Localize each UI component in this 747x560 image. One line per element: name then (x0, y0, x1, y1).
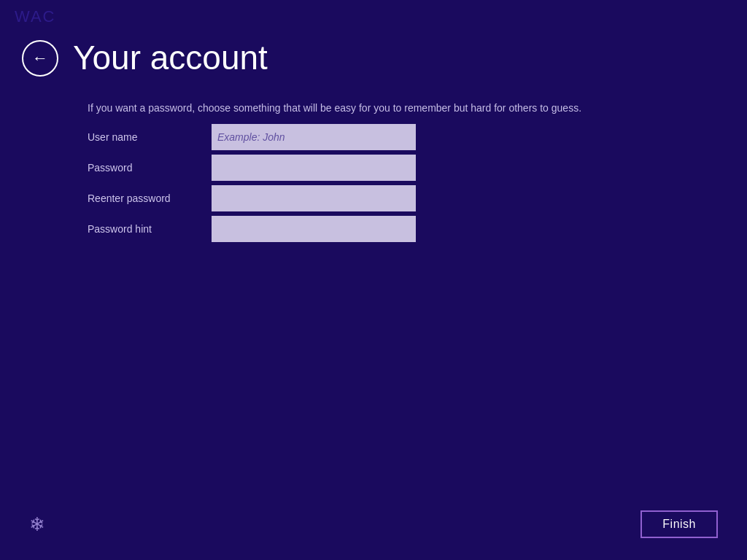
page-description: If you want a password, choose something… (88, 102, 581, 114)
reenter-password-row: Reenter password (88, 185, 416, 211)
reenter-password-input[interactable] (212, 185, 416, 211)
back-button[interactable]: ← (22, 40, 58, 77)
password-row: Password (88, 155, 416, 181)
finish-button[interactable]: Finish (640, 510, 718, 538)
password-hint-label: Password hint (88, 223, 212, 235)
password-hint-input[interactable] (212, 216, 416, 242)
compass-icon: ❄ (29, 513, 45, 536)
bottom-bar: ❄ Finish (29, 510, 718, 538)
app-logo: WAC (15, 7, 56, 26)
password-hint-row: Password hint (88, 216, 416, 242)
username-row: User name (88, 124, 416, 150)
username-input[interactable] (212, 124, 416, 150)
back-arrow-icon: ← (32, 49, 48, 68)
password-input[interactable] (212, 155, 416, 181)
reenter-password-label: Reenter password (88, 192, 212, 204)
account-form: User name Password Reenter password Pass… (88, 124, 416, 246)
username-label: User name (88, 131, 212, 143)
page-title: Your account (73, 38, 268, 77)
password-label: Password (88, 162, 212, 174)
